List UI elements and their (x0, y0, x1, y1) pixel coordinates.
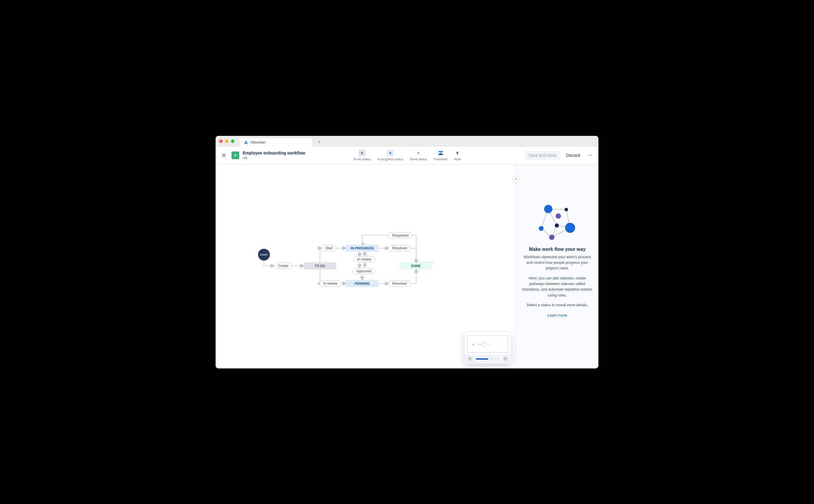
status-in-progress[interactable]: IN PROGRESS (346, 245, 379, 252)
svg-point-2 (588, 155, 589, 156)
svg-point-22 (556, 213, 561, 219)
svg-point-24 (565, 223, 575, 233)
discard-button[interactable]: Discard (563, 151, 584, 160)
workflow-title: Employee onboarding workflow (243, 151, 305, 155)
add-inprogress-status-button[interactable]: + In-progress status (377, 150, 403, 161)
side-heading: Make work flow your way (522, 247, 593, 252)
editor-toolbar: + To-do status + In-progress status + Do… (353, 150, 461, 161)
learn-more-link[interactable]: Learn more (547, 313, 567, 317)
browser-tab-active[interactable]: Atlassian (239, 138, 313, 146)
add-transition-button[interactable]: Transition (434, 150, 448, 161)
close-editor-button[interactable] (220, 151, 228, 159)
add-rule-button[interactable]: Rule (454, 150, 461, 161)
plus-icon: + (415, 150, 422, 156)
transition-resolved-bottom[interactable]: Resolved (388, 280, 411, 287)
editor-header: Employee onboarding workflow HR + To-do … (216, 146, 598, 165)
minimap-panel (465, 332, 511, 364)
window-minimize-dot[interactable] (225, 139, 228, 143)
svg-point-26 (539, 226, 544, 231)
svg-line-7 (471, 359, 472, 360)
browser-tab-bar: Atlassian (216, 136, 598, 146)
transition-create[interactable]: Create (274, 263, 292, 269)
new-tab-button[interactable] (315, 137, 323, 146)
more-actions-button[interactable] (586, 151, 594, 159)
atlassian-icon (244, 140, 248, 144)
transition-start[interactable]: Start (321, 245, 336, 251)
svg-line-11 (506, 359, 507, 360)
add-todo-status-button[interactable]: + To-do status (353, 150, 371, 161)
zoom-controls (465, 354, 511, 364)
browser-tab-label: Atlassian (250, 140, 266, 144)
svg-point-25 (549, 235, 555, 240)
svg-point-20 (544, 205, 553, 213)
window-controls (219, 139, 234, 143)
transition-approved[interactable]: Approved (352, 268, 375, 274)
svg-rect-0 (439, 151, 443, 152)
status-to-do[interactable]: TO DO (304, 262, 336, 269)
workflow-start-node[interactable]: START (258, 249, 270, 261)
plus-icon: + (387, 150, 393, 156)
save-and-close-button[interactable]: Save and close (525, 151, 560, 160)
zoom-slider[interactable] (476, 358, 500, 360)
chevron-right-icon (515, 177, 518, 180)
project-icon (231, 151, 239, 159)
window-zoom-dot[interactable] (231, 139, 234, 143)
zoom-out-button[interactable] (467, 356, 473, 362)
status-done[interactable]: DONE (399, 262, 432, 269)
transition-in-review-top[interactable]: In review (353, 256, 375, 263)
transition-icon (438, 150, 444, 156)
svg-point-3 (590, 155, 591, 156)
svg-point-4 (591, 155, 592, 156)
app-window: Atlassian Employee onboarding workflow H… (216, 136, 598, 368)
transition-resolved-top[interactable]: Resolved (388, 245, 411, 251)
side-paragraph: Workflows represent your team's process … (522, 254, 593, 271)
zoom-in-button[interactable] (502, 356, 509, 362)
plus-icon: + (358, 150, 365, 156)
collapse-panel-button[interactable] (513, 175, 520, 182)
status-pending[interactable]: PENDING (346, 280, 378, 287)
svg-point-21 (565, 208, 568, 211)
window-close-dot[interactable] (219, 139, 223, 143)
side-paragraph: Here, you can add statuses, create pathw… (522, 276, 593, 299)
add-done-status-button[interactable]: + Done status (410, 150, 427, 161)
transition-reopened[interactable]: Reopened (388, 232, 412, 239)
lightning-icon (454, 150, 461, 156)
project-name: HR (243, 156, 305, 160)
workflow-canvas[interactable]: START Create Start Reopened Resolved In … (216, 165, 516, 368)
side-illustration (535, 204, 580, 243)
details-side-panel: Make work flow your way Workflows repres… (516, 165, 598, 368)
side-paragraph: Select a status to reveal more details. (522, 302, 593, 308)
svg-point-23 (555, 223, 559, 228)
minimap-viewport[interactable] (468, 335, 508, 353)
transition-in-review-bottom[interactable]: In review (319, 280, 341, 287)
